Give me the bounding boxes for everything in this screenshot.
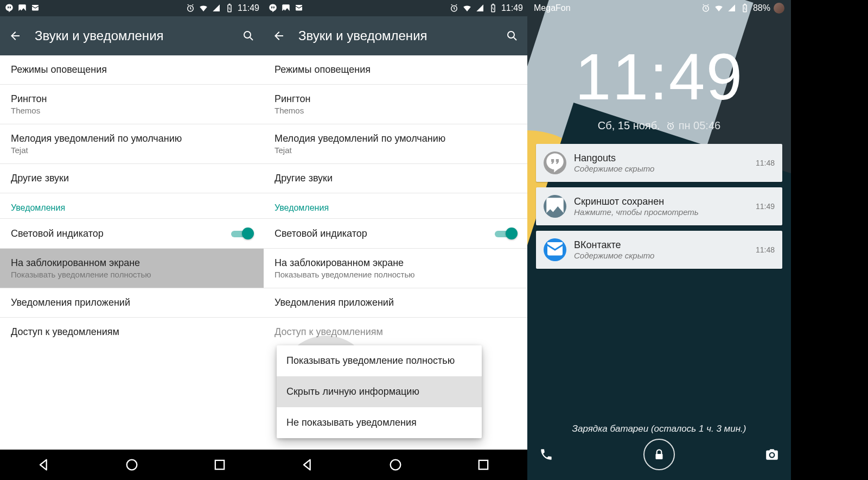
- phone-icon[interactable]: [539, 447, 553, 462]
- hangouts-icon: [4, 3, 14, 13]
- image-icon: [544, 195, 566, 218]
- alarm-icon: [449, 3, 459, 13]
- battery-charging-icon: [225, 3, 234, 13]
- app-bar: Звуки и уведомления: [264, 16, 527, 55]
- app-bar: Звуки и уведомления: [0, 16, 264, 55]
- notification-card[interactable]: Скриншот сохранен Нажмите, чтобы просмот…: [536, 187, 782, 225]
- nav-bar: [264, 450, 527, 480]
- status-time: 11:49: [501, 3, 523, 13]
- notification-card[interactable]: Hangouts Содержимое скрыто 11:48: [536, 144, 782, 182]
- item-notification-sound[interactable]: Мелодия уведомлений по умолчаниюTejat: [0, 124, 264, 164]
- status-bar: 11:49: [0, 0, 264, 16]
- lockscreen-popup-menu: Показывать уведомление полностью Скрыть …: [277, 345, 482, 438]
- battery-charging-icon: [740, 3, 750, 13]
- section-notifications: Уведомления: [0, 193, 264, 218]
- avatar-icon[interactable]: [774, 3, 784, 14]
- svg-rect-4: [215, 460, 224, 469]
- signal-icon: [212, 3, 221, 13]
- alarm-icon: [186, 3, 195, 13]
- battery-percent: 88%: [753, 3, 770, 13]
- item-app-notifications[interactable]: Уведомления приложений: [0, 288, 264, 318]
- appbar-title: Звуки и уведомления: [35, 28, 229, 43]
- wifi-icon: [462, 3, 472, 13]
- hangouts-icon: [268, 3, 278, 13]
- hangouts-icon: [544, 151, 566, 174]
- nav-back-icon[interactable]: [36, 457, 52, 472]
- lock-date-line: Сб, 15 нояб. пн 05:46: [527, 119, 791, 132]
- signal-icon: [475, 3, 485, 13]
- mail-icon: [30, 3, 40, 13]
- item-app-notifications[interactable]: Уведомления приложений: [264, 288, 527, 318]
- status-bar: MegaFon 88%: [527, 0, 791, 16]
- section-notifications: Уведомления: [264, 193, 527, 218]
- status-bar: 11:49: [264, 0, 527, 16]
- image-icon: [281, 3, 291, 13]
- led-switch[interactable]: [495, 228, 516, 239]
- item-other-sounds[interactable]: Другие звуки: [264, 164, 527, 193]
- wifi-icon: [199, 3, 208, 13]
- notification-time: 11:48: [756, 245, 775, 254]
- battery-charging-icon: [488, 3, 498, 13]
- notification-title: Hangouts: [574, 153, 748, 164]
- svg-rect-13: [656, 454, 663, 459]
- item-notification-access[interactable]: Доступ к уведомлениям: [0, 318, 264, 346]
- back-arrow-icon[interactable]: [9, 29, 22, 42]
- item-led[interactable]: Световой индикатор: [264, 218, 527, 249]
- nav-home-icon[interactable]: [124, 457, 139, 472]
- image-icon: [17, 3, 27, 13]
- svg-rect-9: [479, 460, 488, 469]
- notification-subtitle: Содержимое скрыто: [574, 251, 748, 260]
- nav-bar: [0, 450, 264, 480]
- alarm-icon: [666, 121, 675, 131]
- back-arrow-icon[interactable]: [272, 29, 285, 42]
- nav-recents-icon[interactable]: [476, 457, 491, 472]
- notification-stack: Hangouts Содержимое скрыто 11:48 Скриншо…: [536, 144, 782, 269]
- notification-card[interactable]: ВКонтакте Содержимое скрыто 11:48: [536, 231, 782, 269]
- item-ringtone[interactable]: РингтонThemos: [0, 85, 264, 124]
- settings-list: Режимы оповещения РингтонThemos Мелодия …: [0, 55, 264, 450]
- camera-icon[interactable]: [765, 447, 779, 462]
- notification-subtitle: Нажмите, чтобы просмотреть: [574, 207, 748, 217]
- svg-point-2: [244, 31, 251, 38]
- settings-list: Режимы оповещения РингтонThemos Мелодия …: [264, 55, 527, 450]
- lock-content: 11:49 Сб, 15 нояб. пн 05:46 Hangouts Сод…: [527, 0, 791, 480]
- lock-bottom-bar: [527, 439, 791, 470]
- item-ringtone[interactable]: РингтонThemos: [264, 85, 527, 124]
- search-icon[interactable]: [506, 29, 519, 42]
- screen-c-lockscreen: MegaFon 88% 11:49 Сб, 15 нояб. пн 05:46: [527, 0, 791, 480]
- item-notification-sound[interactable]: Мелодия уведомлений по умолчаниюTejat: [264, 124, 527, 164]
- lock-date: Сб, 15 нояб.: [598, 119, 660, 132]
- search-icon[interactable]: [242, 29, 255, 42]
- menu-option-show-all[interactable]: Показывать уведомление полностью: [277, 345, 482, 376]
- mail-icon: [544, 238, 566, 261]
- unlock-icon[interactable]: [643, 439, 675, 470]
- notification-title: Скриншот сохранен: [574, 196, 748, 207]
- carrier-label: MegaFon: [534, 3, 571, 13]
- menu-option-hide-sensitive[interactable]: Скрыть личную информацию: [277, 376, 482, 407]
- item-alert-modes[interactable]: Режимы оповещения: [264, 55, 527, 85]
- item-alert-modes[interactable]: Режимы оповещения: [0, 55, 264, 85]
- screen-b-settings-menu: 11:49 Звуки и уведомления Режимы оповеще…: [264, 0, 527, 480]
- notification-time: 11:49: [756, 202, 775, 211]
- item-on-lockscreen[interactable]: На заблокированном экране Показывать уве…: [264, 249, 527, 288]
- notification-title: ВКонтакте: [574, 239, 748, 251]
- svg-point-7: [508, 31, 514, 38]
- menu-option-dont-show[interactable]: Не показывать уведомления: [277, 407, 482, 438]
- led-switch[interactable]: [231, 228, 253, 239]
- lock-alarm: пн 05:46: [679, 119, 720, 132]
- screen-a-settings: 11:49 Звуки и уведомления Режимы оповеще…: [0, 0, 264, 480]
- alarm-icon: [701, 3, 711, 13]
- svg-point-8: [391, 460, 401, 470]
- wifi-icon: [714, 3, 724, 13]
- svg-point-3: [127, 460, 137, 470]
- charging-status: Зарядка батареи (осталось 1 ч. 3 мин.): [527, 424, 791, 434]
- nav-back-icon[interactable]: [300, 457, 315, 472]
- item-led[interactable]: Световой индикатор: [0, 218, 264, 249]
- nav-home-icon[interactable]: [388, 457, 403, 472]
- notification-time: 11:48: [756, 159, 775, 167]
- nav-recents-icon[interactable]: [212, 457, 227, 472]
- item-on-lockscreen[interactable]: На заблокированном экране Показывать уве…: [0, 249, 264, 288]
- signal-icon: [727, 3, 737, 13]
- item-other-sounds[interactable]: Другие звуки: [0, 164, 264, 193]
- notification-subtitle: Содержимое скрыто: [574, 164, 748, 173]
